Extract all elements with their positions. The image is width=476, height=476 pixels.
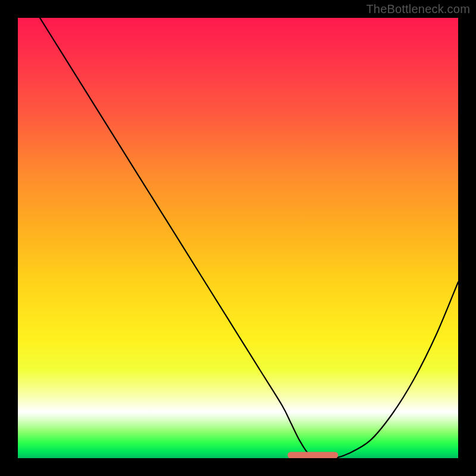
bottleneck-curve-path [40, 18, 458, 458]
bottleneck-chart [18, 18, 458, 458]
watermark-text: TheBottleneck.com [366, 2, 470, 16]
